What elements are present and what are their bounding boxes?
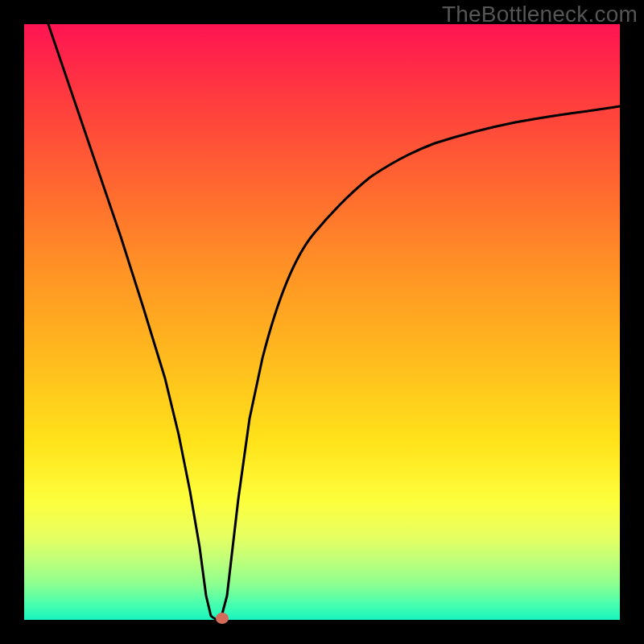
chart-frame: TheBottleneck.com xyxy=(0,0,644,644)
optimal-point-marker xyxy=(216,613,229,624)
watermark-text: TheBottleneck.com xyxy=(442,2,638,27)
bottleneck-curve xyxy=(24,24,620,620)
curve-path xyxy=(48,24,620,620)
